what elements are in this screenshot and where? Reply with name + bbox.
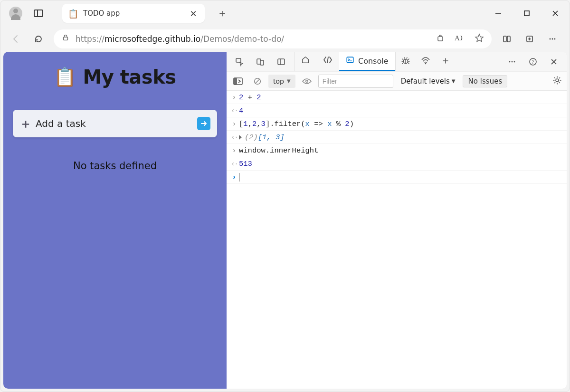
favorite-button[interactable] [475, 33, 484, 45]
svg-point-14 [554, 38, 556, 40]
svg-rect-7 [504, 36, 506, 42]
back-button[interactable] [5, 29, 26, 48]
new-tab-button[interactable]: ＋ [213, 4, 231, 22]
site-info-button[interactable] [61, 33, 70, 44]
svg-text:A: A [455, 34, 460, 42]
plus-icon [441, 57, 450, 67]
svg-point-25 [425, 63, 426, 64]
tab-console[interactable]: Console [339, 52, 395, 71]
chevron-down-icon: ▼ [287, 78, 291, 84]
console-row: ›2 + 2 [227, 91, 567, 104]
clear-icon [253, 77, 262, 86]
add-task-input[interactable]: ＋ Add a task [13, 110, 217, 137]
window-close-button[interactable] [541, 0, 570, 26]
console-toolbar: top ▼ Default levels ▼ No Issues [227, 72, 567, 91]
shopping-icon[interactable] [436, 33, 445, 45]
console-settings-button[interactable] [552, 76, 562, 87]
back-arrow-icon [11, 34, 20, 44]
tab-network[interactable] [416, 52, 436, 71]
svg-point-29 [512, 61, 513, 62]
home-icon [301, 56, 310, 66]
devtools-help-button[interactable]: ? [523, 52, 543, 71]
refresh-icon [34, 34, 43, 44]
inspect-icon [235, 57, 244, 67]
svg-line-48 [559, 77, 560, 78]
svg-rect-15 [236, 58, 241, 62]
split-screen-button[interactable] [496, 29, 517, 48]
workspaces-button[interactable] [34, 10, 43, 17]
device-toolbar-button[interactable] [250, 52, 270, 71]
svg-line-38 [256, 79, 260, 83]
console-icon [346, 56, 354, 66]
tab-sources[interactable] [396, 52, 416, 71]
console-row: ‹·513 [227, 157, 567, 171]
submit-task-button[interactable] [197, 117, 210, 130]
filter-input[interactable] [318, 75, 393, 88]
log-levels-dropdown[interactable]: Default levels ▼ [401, 77, 456, 86]
network-icon [421, 56, 430, 67]
sidebar-icon [233, 77, 243, 85]
context-selector[interactable]: top ▼ [268, 75, 295, 88]
inspect-element-button[interactable] [229, 52, 249, 71]
svg-rect-18 [278, 59, 285, 65]
live-expression-button[interactable] [298, 75, 315, 88]
tab-welcome[interactable] [294, 52, 316, 71]
clear-console-button[interactable] [249, 75, 266, 88]
more-tabs-button[interactable] [436, 52, 456, 71]
empty-state-text: No tasks defined [73, 160, 157, 172]
toggle-sidebar-button[interactable] [229, 75, 247, 88]
console-output[interactable]: ›2 + 2‹·4›[1,2,3].filter(x => x % 2)‹·(2… [227, 91, 567, 389]
devtools-panel: Console [227, 52, 567, 389]
tab-elements[interactable] [316, 52, 339, 71]
svg-rect-8 [507, 36, 510, 42]
svg-point-13 [552, 38, 553, 40]
app-header: 📋 My tasks [54, 66, 176, 88]
browser-tab[interactable]: 📋 TODO app ✕ [62, 4, 205, 23]
issues-button[interactable]: No Issues [463, 75, 507, 87]
window-controls [484, 0, 570, 26]
tab-console-label: Console [358, 57, 389, 66]
svg-rect-5 [438, 37, 443, 41]
window-minimize-button[interactable] [484, 0, 513, 26]
log-levels-label: Default levels [401, 77, 450, 86]
elements-icon [323, 56, 332, 66]
help-icon: ? [528, 57, 538, 67]
console-row: ›[1,2,3].filter(x => x % 2) [227, 117, 567, 131]
eye-icon [302, 78, 312, 85]
collections-icon [525, 34, 534, 44]
collections-button[interactable] [519, 29, 540, 48]
console-row: ‹·(2) [1, 3] [227, 131, 567, 144]
context-selector-label: top [273, 77, 284, 85]
more-button[interactable] [542, 29, 563, 48]
svg-point-28 [509, 61, 511, 62]
activity-bar-button[interactable] [271, 52, 291, 71]
devtools-close-button[interactable] [544, 52, 564, 71]
split-screen-icon [502, 34, 512, 44]
chevron-down-icon: ▼ [452, 78, 456, 84]
refresh-button[interactable] [28, 29, 49, 48]
close-icon [549, 57, 559, 67]
window-maximize-button[interactable] [513, 0, 541, 26]
minimize-icon [494, 9, 503, 18]
page-content: 📋 My tasks ＋ Add a task No tasks defined [3, 52, 227, 389]
profile-button[interactable] [4, 4, 27, 22]
tab-close-button[interactable]: ✕ [188, 8, 199, 19]
svg-point-39 [305, 80, 307, 82]
star-icon [475, 33, 484, 43]
expand-icon[interactable] [239, 135, 242, 140]
console-input[interactable]: › [227, 171, 567, 184]
svg-text:?: ? [532, 59, 534, 65]
devtools-more-button[interactable] [502, 52, 522, 71]
svg-rect-1 [524, 11, 529, 16]
devtools-toolbar: Console [227, 52, 567, 72]
device-icon [256, 57, 265, 67]
svg-rect-36 [234, 78, 237, 85]
toolbar: https://microsoftedge.github.io/Demos/de… [0, 26, 570, 52]
add-task-placeholder: Add a task [36, 118, 86, 129]
address-bar[interactable]: https://microsoftedge.github.io/Demos/de… [54, 29, 492, 48]
issues-label: No Issues [468, 77, 502, 86]
bug-icon [401, 56, 410, 67]
ellipsis-icon [548, 34, 557, 44]
panel-icon [276, 57, 286, 67]
read-aloud-button[interactable]: A [455, 33, 465, 45]
